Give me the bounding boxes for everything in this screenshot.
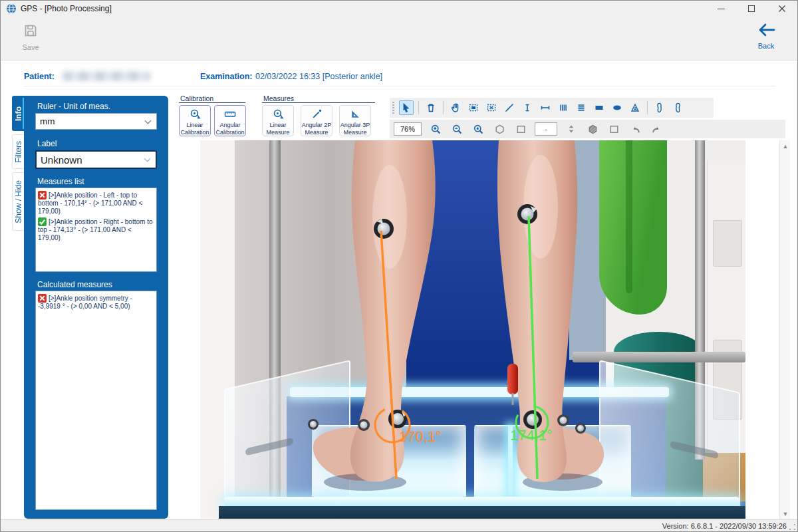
angular-calibration-button[interactable]: Angular Calibration [214,105,246,136]
select-region-icon [468,102,479,113]
info-panel: Ruler - Unit of meas. mm Label Unknown M… [24,96,168,519]
rectangle2-tool-button[interactable] [606,122,621,136]
close-icon [778,5,786,13]
measure-item[interactable]: [>]Ankle position - Left - top to bottom… [38,191,154,215]
ruler-unit-select[interactable]: mm [35,113,157,130]
line-tool-button[interactable] [502,100,517,115]
resize-grip[interactable] [789,523,796,531]
clear-region-icon [486,102,497,113]
measures-listbox[interactable]: [>]Ankle position - Left - top to bottom… [35,188,157,272]
toolbar-grip[interactable] [392,102,394,114]
rectangle-tool-button[interactable] [513,122,528,136]
command-bar: Save Back [1,17,797,61]
maximize-icon [748,5,755,12]
chevron-down-icon [144,156,151,162]
angular-2p-measure-button[interactable]: Angular 2P Measure [301,105,332,136]
minimize-button[interactable] [706,1,736,17]
status-bar: Version: 6.6.8.1 - 2022/09/30 13:59:26 [1,519,797,532]
divider [647,101,648,114]
label-tool-button[interactable]: A [628,100,642,115]
tab-show-hide[interactable]: Show / Hide [12,172,25,231]
set-square-icon [350,108,361,120]
photo-platform-base [219,506,745,519]
scroll-up-icon[interactable]: ▲ [780,140,791,152]
photo-plexi-handle [670,441,718,460]
vertical-lines-tool-button[interactable] [556,100,571,115]
polygon-icon [494,124,505,135]
zoom-region-button[interactable] [471,122,485,136]
version-text: Version: 6.6.8.1 - 2022/09/30 13:59:26 [662,522,787,530]
label-triangle-icon: A [630,102,640,113]
examination-label: Examination: [200,72,253,81]
tab-filters[interactable]: Filters [12,134,25,169]
photo-towel-fold [626,140,632,293]
patient-name-redacted [63,72,150,80]
delete-icon [426,102,436,113]
tape-measure-icon [273,108,284,120]
pan-tool-button[interactable] [448,100,463,115]
filled-ellipse-tool-button[interactable] [610,100,624,115]
filled-rectangle-tool-button[interactable] [592,100,606,115]
filled-polygon-tool-button[interactable] [585,122,600,136]
fail-cross-icon [38,191,47,200]
calculated-measures-label: Calculated measures [37,280,112,289]
divider [418,101,419,114]
angular-3p-measure-button[interactable]: Angular 3P Measure [339,105,371,136]
minimize-icon [718,9,725,9]
measures-group-label: Measures [263,94,294,102]
divider [179,102,245,103]
back-button[interactable]: Back [747,23,785,50]
polygon-tool-button[interactable] [492,122,507,136]
undo-button[interactable] [628,122,642,136]
size-spinner[interactable] [564,122,579,136]
back-arrow-icon [757,23,775,37]
vertical-lines-icon [558,102,569,113]
foot-left-tool-button[interactable] [652,100,667,115]
delete-annotation-button[interactable] [424,100,438,115]
filled-polygon-icon [587,124,598,135]
horizontal-lines-tool-button[interactable] [574,100,589,115]
foot-right-icon [672,102,683,113]
examination-photo[interactable]: 170,1° 174,1° [200,140,745,519]
photo-frame-rail [573,352,745,362]
foot-right-tool-button[interactable] [670,100,685,115]
measures-list-label: Measures list [37,177,84,186]
measure-item[interactable]: [>]Ankle position - Right - bottom to to… [38,217,154,242]
scroll-down-icon[interactable]: ▼ [780,508,791,519]
label-select[interactable]: Unknown [35,150,157,169]
tape-measure-icon [190,108,201,120]
linear-measure-button[interactable]: Linear Measure [262,105,294,136]
maximize-button[interactable] [736,1,767,17]
select-region-button[interactable] [466,100,481,115]
redo-button[interactable] [649,122,664,136]
examination-value: 02/03/2022 16:33 [Posterior ankle] [255,72,382,81]
edit-toolbar-row1: A [390,98,714,118]
image-viewer: 170,1° 174,1° [169,140,797,519]
clear-region-button[interactable] [484,100,499,115]
close-button[interactable] [767,1,797,17]
line-style-select[interactable]: - [535,122,557,136]
tab-info[interactable]: Info [12,96,25,131]
ruler-icon [224,108,236,120]
filled-ellipse-icon [612,102,622,113]
linear-calibration-button[interactable]: Linear Calibration [179,105,211,136]
calculated-item[interactable]: [>]Ankle position symmetry - -3,9919 ° -… [38,294,154,311]
window-title: GPS - [Photo Processing] [21,4,112,13]
vertical-scrollbar[interactable]: ▲ ▼ [779,140,790,519]
horizontal-segment-tool-button[interactable] [538,100,553,115]
label-label: Label [37,139,57,148]
redo-icon [651,124,662,135]
app-window: GPS - [Photo Processing] Save [0,0,798,532]
zoom-in-button[interactable] [428,122,443,136]
save-button[interactable]: Save [11,23,50,51]
zoom-out-button[interactable] [450,122,464,136]
vertical-line-tool-button[interactable] [520,100,535,115]
filled-rectangle-icon [594,102,604,113]
calculated-measures-listbox[interactable]: [>]Ankle position symmetry - -3,9919 ° -… [35,291,157,510]
divider [443,101,444,114]
divider [262,102,375,103]
pointer-tool-button[interactable] [399,100,414,115]
patient-label: Patient: [24,72,55,81]
zoom-level-input[interactable] [394,122,422,136]
line-icon [504,102,515,113]
